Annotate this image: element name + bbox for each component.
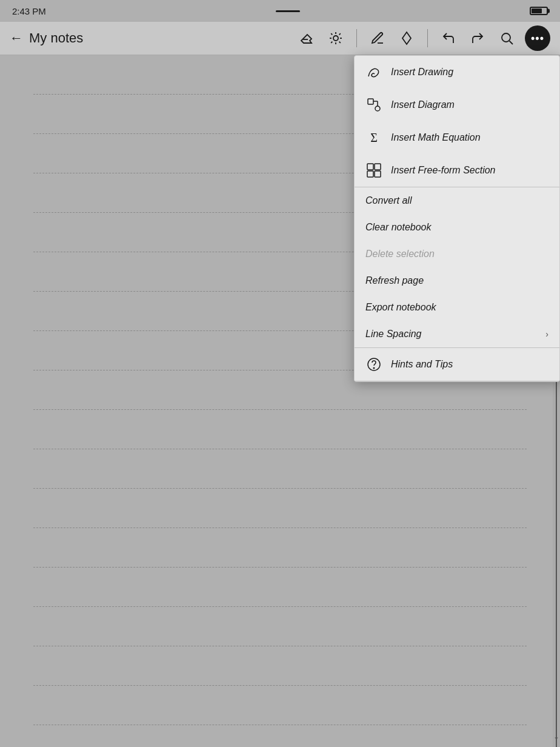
battery-icon: [530, 7, 548, 15]
toolbar: ← My notes: [0, 22, 560, 55]
menu-item-line-spacing[interactable]: Line Spacing ›: [355, 321, 559, 347]
notebook-line: [33, 410, 527, 449]
brightness-button[interactable]: [325, 27, 347, 49]
notebook-line: [33, 489, 527, 528]
notebook-line: [33, 449, 527, 489]
svg-rect-12: [368, 99, 373, 104]
menu-item-line-spacing-label: Line Spacing: [365, 329, 537, 340]
menu-item-export-notebook-label: Export notebook: [365, 302, 548, 313]
menu-item-delete-selection-label: Delete selection: [365, 249, 548, 260]
svg-rect-16: [367, 164, 373, 170]
menu-item-insert-diagram-label: Insert Diagram: [391, 99, 548, 110]
toolbar-right: •••: [296, 25, 550, 51]
menu-item-clear-notebook-label: Clear notebook: [365, 222, 548, 233]
notebook-line: [33, 568, 527, 607]
svg-rect-19: [375, 171, 381, 177]
diagram-icon: [365, 96, 382, 113]
battery-indicator: [530, 7, 548, 15]
drawing-icon: [365, 64, 382, 81]
notebook-line: [33, 528, 527, 568]
notebook-line: [33, 607, 527, 646]
eraser-button[interactable]: [296, 27, 318, 49]
menu-item-delete-selection[interactable]: Delete selection: [355, 241, 559, 267]
toolbar-divider-2: [427, 29, 428, 47]
menu-section-footer: Hints and Tips: [355, 348, 559, 381]
toolbar-left: ← My notes: [10, 30, 296, 46]
svg-line-5: [339, 42, 341, 43]
more-button[interactable]: •••: [525, 25, 550, 51]
highlight-icon: [399, 31, 414, 45]
back-arrow-icon: ←: [10, 30, 23, 46]
chevron-right-icon: ›: [545, 329, 548, 339]
menu-item-refresh-page[interactable]: Refresh page: [355, 267, 559, 294]
menu-item-hints-tips-label: Hints and Tips: [391, 359, 548, 370]
svg-line-9: [339, 33, 341, 35]
menu-item-insert-freeform-label: Insert Free-form Section: [391, 165, 548, 176]
search-icon: [499, 31, 514, 45]
menu-item-convert-all-label: Convert all: [365, 195, 548, 206]
notebook-line: [33, 646, 527, 686]
back-button[interactable]: ←: [10, 30, 23, 46]
undo-button[interactable]: [438, 27, 459, 49]
freeform-icon: [365, 162, 382, 179]
menu-item-insert-math-label: Insert Math Equation: [391, 132, 548, 143]
pen-button[interactable]: [367, 27, 388, 49]
menu-item-hints-tips[interactable]: Hints and Tips: [355, 348, 559, 381]
svg-rect-18: [367, 171, 373, 177]
menu-item-convert-all[interactable]: Convert all: [355, 187, 559, 214]
menu-section-insert: Insert Drawing Insert Diagram Σ Insert M…: [355, 56, 559, 187]
math-icon: Σ: [365, 129, 382, 146]
page-title: My notes: [29, 30, 83, 46]
menu-item-insert-diagram[interactable]: Insert Diagram: [355, 89, 559, 121]
menu-item-refresh-page-label: Refresh page: [365, 275, 548, 286]
notebook-line: [33, 686, 527, 725]
help-icon: [365, 356, 382, 373]
redo-button[interactable]: [467, 27, 488, 49]
menu-item-insert-math[interactable]: Σ Insert Math Equation: [355, 121, 559, 154]
svg-rect-17: [375, 164, 381, 170]
pen-icon: [370, 31, 385, 45]
menu-section-actions: Convert all Clear notebook Delete select…: [355, 187, 559, 348]
toolbar-divider: [356, 29, 357, 47]
eraser-icon: [299, 31, 314, 45]
menu-item-export-notebook[interactable]: Export notebook: [355, 294, 559, 321]
svg-line-11: [510, 41, 513, 45]
svg-point-1: [333, 36, 338, 41]
undo-icon: [441, 31, 456, 45]
svg-point-10: [502, 33, 510, 42]
status-center: [276, 10, 300, 12]
menu-item-insert-drawing-label: Insert Drawing: [391, 67, 548, 78]
svg-line-4: [331, 33, 332, 35]
brightness-icon: [328, 31, 343, 45]
svg-point-21: [373, 367, 375, 369]
scroll-down-button[interactable]: ⌄: [553, 732, 560, 741]
svg-point-13: [375, 106, 380, 111]
svg-line-8: [331, 42, 332, 43]
status-time: 2:43 PM: [12, 6, 46, 16]
more-icon: •••: [531, 32, 544, 45]
context-menu: Insert Drawing Insert Diagram Σ Insert M…: [354, 55, 560, 382]
menu-item-clear-notebook[interactable]: Clear notebook: [355, 214, 559, 241]
highlight-button[interactable]: [396, 27, 418, 49]
search-button[interactable]: [496, 27, 518, 49]
menu-item-insert-freeform[interactable]: Insert Free-form Section: [355, 154, 559, 187]
status-bar: 2:43 PM: [0, 0, 560, 22]
menu-item-insert-drawing[interactable]: Insert Drawing: [355, 56, 559, 89]
redo-icon: [470, 31, 485, 45]
